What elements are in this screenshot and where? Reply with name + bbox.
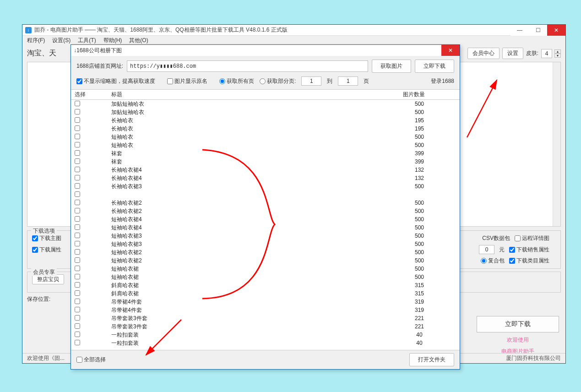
url-label: 1688店铺首页网址: bbox=[76, 62, 123, 70]
row-checkbox[interactable] bbox=[75, 117, 80, 123]
chk-download-attr[interactable]: 下载属性 bbox=[32, 246, 61, 254]
fetch-images-button[interactable]: 获取图片 bbox=[372, 60, 411, 73]
table-row[interactable]: 短袖哈衣裙3500 bbox=[71, 240, 460, 248]
table-row[interactable]: 长袖哈衣裙2500 bbox=[71, 199, 460, 207]
row-checkbox[interactable] bbox=[75, 183, 80, 189]
table-row[interactable]: 一粒扣套装40 bbox=[71, 339, 460, 347]
row-title: 斜肩哈衣裙 bbox=[111, 282, 383, 289]
table-row[interactable]: 一粒扣套装40 bbox=[71, 331, 460, 339]
chk-no-thumb[interactable]: 不显示缩略图，提高获取速度 bbox=[76, 77, 155, 85]
table-row[interactable]: 加贴短袖哈衣500 bbox=[71, 100, 460, 108]
chk-show-orig-name[interactable]: 图片显示原名 bbox=[167, 77, 207, 85]
row-checkbox[interactable] bbox=[75, 299, 80, 304]
table-row[interactable]: 袜套399 bbox=[71, 149, 460, 158]
row-checkbox[interactable] bbox=[75, 224, 80, 230]
table-row[interactable]: 长袖哈衣裙4132 bbox=[71, 174, 460, 182]
table-row[interactable]: 短袖哈衣裙3500 bbox=[71, 232, 460, 240]
page-to-input[interactable]: 1 bbox=[338, 76, 358, 86]
table-row[interactable]: 吊带套装3件套221 bbox=[71, 322, 460, 331]
chk-sale-attr[interactable]: 下载销售属性 bbox=[509, 246, 549, 254]
url-input[interactable]: https://y▮▮▮▮688.com bbox=[127, 60, 368, 72]
table-row[interactable]: 长袖哈衣195 bbox=[71, 116, 460, 125]
row-checkbox[interactable] bbox=[75, 208, 80, 213]
row-checkbox[interactable] bbox=[75, 216, 80, 222]
row-checkbox[interactable] bbox=[75, 191, 80, 197]
row-checkbox[interactable] bbox=[75, 125, 80, 131]
row-checkbox[interactable] bbox=[75, 307, 80, 312]
table-row[interactable]: 斜肩哈衣裙315 bbox=[71, 289, 460, 298]
row-checkbox[interactable] bbox=[75, 340, 80, 345]
row-checkbox[interactable] bbox=[75, 257, 80, 263]
table-row[interactable]: 短袖哈衣裙500 bbox=[71, 265, 460, 273]
price-input[interactable]: 0 bbox=[479, 245, 494, 254]
close-button[interactable] bbox=[547, 25, 565, 36]
radio-compound[interactable]: 复合包 bbox=[481, 257, 505, 265]
row-checkbox[interactable] bbox=[75, 323, 80, 329]
main-download-button[interactable]: 立即下载 bbox=[477, 316, 559, 332]
chk-cat-attr[interactable]: 下载类目属性 bbox=[509, 257, 549, 265]
row-checkbox[interactable] bbox=[75, 266, 80, 271]
table-row[interactable]: 短袖哈衣裙4500 bbox=[71, 215, 460, 223]
table-row[interactable]: 短袖哈衣500 bbox=[71, 133, 460, 141]
row-checkbox[interactable] bbox=[75, 158, 80, 164]
table-row[interactable]: 长袖哈衣195 bbox=[71, 125, 460, 133]
row-checkbox[interactable] bbox=[75, 142, 80, 147]
table-row[interactable]: 长袖哈衣裙2500 bbox=[71, 207, 460, 215]
row-checkbox[interactable] bbox=[75, 109, 80, 114]
maximize-button[interactable] bbox=[529, 25, 547, 36]
login-1688-link[interactable]: 登录1688 bbox=[431, 77, 454, 85]
row-checkbox[interactable] bbox=[75, 200, 80, 205]
row-checkbox[interactable] bbox=[75, 332, 80, 337]
row-checkbox[interactable] bbox=[75, 233, 80, 238]
skin-value[interactable]: 4 bbox=[541, 49, 552, 58]
row-checkbox[interactable] bbox=[75, 101, 80, 106]
table-row[interactable]: 加贴短袖哈衣500 bbox=[71, 108, 460, 116]
table-row[interactable]: 吊带裙4件套319 bbox=[71, 306, 460, 314]
row-count: 500 bbox=[383, 216, 456, 223]
row-checkbox[interactable] bbox=[75, 150, 80, 156]
table-row[interactable] bbox=[71, 191, 460, 199]
table-row[interactable]: 短袖哈衣裙4500 bbox=[71, 223, 460, 232]
row-checkbox[interactable] bbox=[75, 290, 80, 296]
table-row[interactable]: 长袖哈衣裙4132 bbox=[71, 166, 460, 174]
row-checkbox[interactable] bbox=[75, 134, 80, 139]
minimize-button[interactable] bbox=[510, 25, 529, 36]
settings-button[interactable]: 设置 bbox=[502, 48, 523, 59]
menu-help[interactable]: 帮助(H) bbox=[103, 37, 122, 44]
row-checkbox[interactable] bbox=[75, 167, 80, 172]
row-title: 长袖哈衣裙2 bbox=[111, 207, 383, 215]
member-center-button[interactable]: 会员中心 bbox=[467, 48, 500, 59]
table-body[interactable]: 加贴短袖哈衣500加贴短袖哈衣500长袖哈衣195长袖哈衣195短袖哈衣500短… bbox=[71, 100, 460, 350]
table-row[interactable]: 吊带裙4件套319 bbox=[71, 298, 460, 306]
menu-settings[interactable]: 设置(S) bbox=[52, 37, 71, 44]
table-row[interactable]: 短袖哈衣裙500 bbox=[71, 273, 460, 281]
row-checkbox[interactable] bbox=[75, 175, 80, 180]
table-row[interactable]: 长袖哈衣裙3500 bbox=[71, 182, 460, 191]
chk-download-main[interactable]: 下载主图 bbox=[32, 234, 61, 242]
radio-fetch-part[interactable]: 获取部分页: bbox=[260, 77, 296, 85]
row-count: 500 bbox=[383, 208, 456, 214]
menu-tools[interactable]: 工具(T) bbox=[78, 37, 96, 44]
table-row[interactable]: 斜肩哈衣裙315 bbox=[71, 281, 460, 289]
download-now-button[interactable]: 立即下载 bbox=[415, 60, 454, 73]
chk-select-all[interactable]: 全部选择 bbox=[76, 356, 106, 364]
page-from-input[interactable]: 1 bbox=[301, 76, 321, 86]
row-checkbox[interactable] bbox=[75, 241, 80, 246]
table-row[interactable]: 吊带套装3件套221 bbox=[71, 314, 460, 322]
table-row[interactable]: 短袖哈衣裙2500 bbox=[71, 256, 460, 265]
dialog-close-button[interactable] bbox=[441, 45, 460, 56]
skin-spinner[interactable]: ▲▼ bbox=[554, 49, 561, 58]
menu-other[interactable]: 其他(O) bbox=[129, 37, 148, 44]
row-checkbox[interactable] bbox=[75, 282, 80, 288]
row-checkbox[interactable] bbox=[75, 274, 80, 279]
row-checkbox[interactable] bbox=[75, 315, 80, 321]
chk-remote-detail[interactable]: 远程详情图 bbox=[515, 234, 549, 242]
table-row[interactable]: 袜套399 bbox=[71, 158, 460, 166]
row-checkbox[interactable] bbox=[75, 249, 80, 255]
table-row[interactable]: 短袖哈衣裙2500 bbox=[71, 248, 460, 256]
open-folder-button[interactable]: 打开文件夹 bbox=[409, 353, 454, 366]
table-row[interactable]: 短袖哈衣500 bbox=[71, 141, 460, 149]
window-controls bbox=[510, 25, 565, 36]
menu-program[interactable]: 程序(F) bbox=[27, 37, 45, 44]
radio-fetch-all[interactable]: 获取所有页 bbox=[219, 77, 254, 85]
